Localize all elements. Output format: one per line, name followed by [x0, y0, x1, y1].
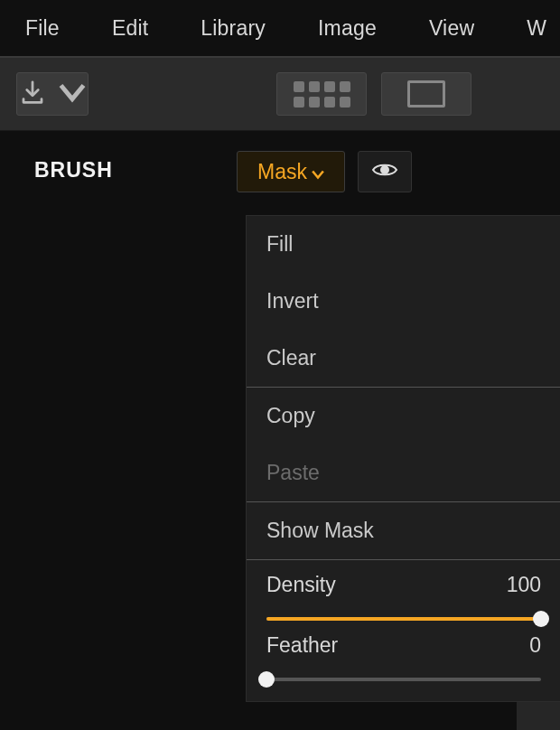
feather-label: Feather: [266, 633, 338, 658]
single-view-icon: [407, 80, 445, 108]
mask-dropdown-label: Mask: [257, 160, 307, 184]
menu-image[interactable]: Image: [318, 16, 377, 41]
density-value: 100: [507, 573, 541, 597]
toggle-visibility-button[interactable]: [358, 151, 412, 192]
menu-item-fill[interactable]: Fill: [247, 216, 560, 273]
tool-name-label: BRUSH: [34, 158, 113, 182]
feather-value: 0: [529, 633, 541, 658]
menu-view[interactable]: View: [429, 16, 474, 41]
mask-dropdown-button[interactable]: Mask: [237, 151, 345, 192]
density-slider[interactable]: [266, 617, 541, 621]
menu-edit[interactable]: Edit: [112, 16, 148, 41]
grid-view-button[interactable]: [276, 72, 367, 116]
feather-slider[interactable]: [266, 678, 541, 681]
tool-header: BRUSH Mask: [0, 145, 560, 209]
mask-dropdown-menu: Fill Invert Clear Copy Paste Show Mask D…: [246, 215, 560, 702]
download-button[interactable]: [16, 72, 89, 116]
menu-item-clear[interactable]: Clear: [247, 330, 560, 387]
density-slider-row: Density 100: [247, 560, 560, 621]
menu-item-invert[interactable]: Invert: [247, 273, 560, 330]
download-icon: [19, 79, 46, 109]
chevron-down-icon: [59, 79, 86, 108]
menu-item-copy[interactable]: Copy: [247, 388, 560, 445]
feather-slider-thumb[interactable]: [258, 671, 275, 688]
eye-icon: [371, 161, 398, 182]
grid-icon: [294, 81, 350, 108]
toolbar: [0, 58, 560, 131]
menu-file[interactable]: File: [25, 16, 60, 41]
svg-point-0: [381, 166, 388, 173]
density-slider-fill: [266, 617, 541, 621]
menu-truncated[interactable]: W: [527, 16, 546, 41]
feather-slider-row: Feather 0: [247, 621, 560, 701]
menu-item-paste: Paste: [247, 445, 560, 501]
single-view-button[interactable]: [381, 72, 471, 116]
density-slider-thumb[interactable]: [533, 611, 549, 627]
menu-library[interactable]: Library: [201, 16, 266, 41]
chevron-down-icon: [312, 161, 324, 185]
menu-item-show-mask[interactable]: Show Mask: [247, 502, 560, 559]
menu-bar: File Edit Library Image View W: [0, 0, 560, 58]
density-label: Density: [266, 573, 336, 597]
